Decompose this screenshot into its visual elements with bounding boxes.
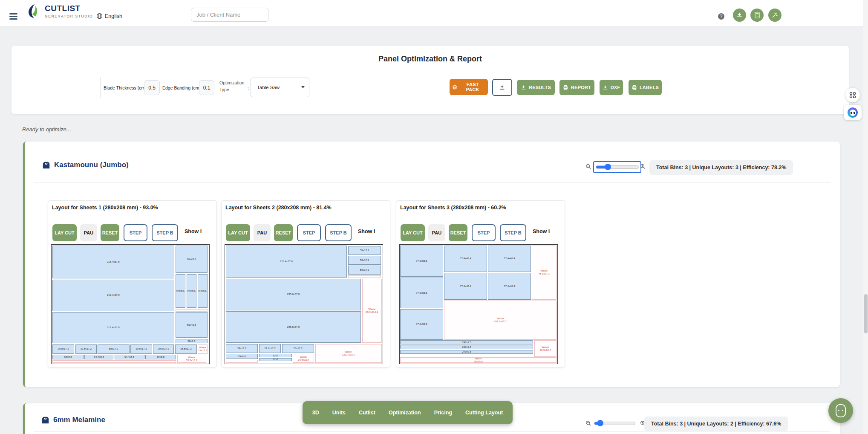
waste-area: Waste 43.2x116.1 [362,279,382,343]
printer-icon [632,85,637,90]
upload-button[interactable] [492,79,512,96]
section-title: Kastamounu (Jumbo) [54,161,129,169]
cut-piece: 59x8.9 [226,354,258,359]
nav-3d[interactable]: 3D [312,410,319,416]
waste-area [176,309,208,312]
fast-pack-button[interactable]: FAST PACK [450,79,488,95]
dxf-button[interactable]: DXF [600,80,623,95]
show-labels-toggle[interactable]: Show I [533,229,562,234]
play-cuts-button[interactable]: LAY CUT [226,224,250,241]
language-selector[interactable]: English [96,13,122,19]
section-divider [34,431,831,432]
zoom-slider[interactable] [594,419,635,428]
reset-button[interactable]: RESET [449,224,467,241]
edge-banding-label: Edge Banding (cm): [162,85,202,90]
cut-piece: 58x17.2 [282,344,314,353]
cut-piece: 77.4x48.4 [488,246,531,272]
cut-piece: 60x45.8 [176,312,208,338]
step-forward-button[interactable]: STEP [297,224,321,241]
zoom-slider[interactable] [593,161,641,173]
waste-area: Waste 280x5.5 [400,357,557,363]
cutting-diagram: 216.4x57.859x17.259x17.259x17.2235.8x57.… [225,244,383,364]
zoom-out-icon [585,164,591,170]
results-button[interactable]: RESULTS [517,80,555,95]
slider-thumb[interactable] [597,420,603,426]
logo-title: CUTLIST [45,4,93,12]
blade-thickness-input[interactable] [144,80,160,95]
reset-button[interactable]: RESET [101,224,119,241]
cut-piece: 59x17.2 [348,256,381,265]
layout-card-3: Layout for Sheets 3 (280x208 mm) - 60.2%… [396,200,565,367]
page-scrollbar[interactable] [863,0,868,434]
report-button[interactable]: REPORT [559,80,594,95]
cut-piece: 77.4x48.4 [444,246,487,272]
optimization-type-select-wrap: Table Saw [251,78,309,97]
waste-area [52,360,176,363]
section-title-row: 6mm Melamine [41,416,105,424]
cut-piece: 39.8x17.2 [75,344,97,354]
cut-piece: 38.8x17.2 [175,344,197,354]
layout-title: Layout for Sheets 3 (280x208 mm) - 60.2% [400,205,563,211]
download-tray-icon [736,12,743,18]
pause-button[interactable]: PAU [428,224,445,241]
cut-piece: 39.8x17.2 [52,344,74,354]
job-client-input[interactable] [191,8,268,22]
magic-wand-icon [772,12,778,18]
waste-area: Waste 19x17.2 [198,344,208,354]
help-icon[interactable]: ? [718,13,724,20]
reset-button[interactable]: RESET [274,224,293,241]
play-cuts-button[interactable]: LAY CUT [52,224,77,241]
blade-thickness-label: Blade Thickness (cm): [104,85,148,90]
cut-piece: 39.6x17.2 [130,344,152,354]
download-button[interactable] [733,9,746,22]
nav-units[interactable]: Units [332,410,346,416]
nav-pricing[interactable]: Pricing [434,410,452,416]
step-back-button[interactable]: STEP B [152,224,178,241]
scroll-helper-button[interactable] [828,398,853,423]
step-back-button[interactable]: STEP B [325,224,352,241]
cut-piece: 62x7 [259,354,292,357]
material-section-kastamounu: Kastamounu (Jumbo) Total Bins: 3 | Uniqu… [23,142,840,387]
apps-grid-button[interactable] [845,88,860,102]
waste-area: Waste 53.2x15.2 [177,355,206,363]
step-forward-button[interactable]: STEP [124,224,147,241]
layers-icon [452,84,457,90]
waste-area [348,275,381,278]
play-cuts-button[interactable]: LAY CUT [401,224,425,241]
scrollbar-thumb[interactable] [864,294,868,333]
pause-button[interactable]: PAU [254,224,271,241]
nav-cutting-layout[interactable]: Cutting Layout [465,410,503,416]
download-icon [603,85,608,90]
cut-piece: 59x17.2 [348,266,381,275]
ai-assistant-icon [848,107,858,118]
show-labels-toggle[interactable]: Show I [358,229,388,234]
menu-button[interactable] [9,13,17,20]
cut-piece: 60x45.8 [176,246,208,273]
waste-area: Waste 201.9x65.7 [444,301,556,340]
step-forward-button[interactable]: STEP [472,224,496,241]
cut-piece: 58x6.8 [176,339,208,343]
magic-wand-button[interactable] [768,9,781,22]
cut-piece: 39.6x17.2 [153,344,174,354]
logo-subtitle: GENERATOR STUDIO [45,14,93,18]
cut-piece: 59x17.2 [348,246,381,255]
labels-button[interactable]: LABELS [629,80,662,95]
cutting-diagram: 216.4x57.860x45.819.8x63.219.8x63.219.6x… [51,244,210,364]
page-title: Panel Optimization & Report [12,55,849,64]
show-labels-toggle[interactable]: Show I [185,229,214,234]
cut-piece: 213.4x57.8 [52,312,174,343]
ai-assistant-button[interactable] [844,105,862,120]
step-back-button[interactable]: STEP B [500,224,526,241]
zoom-out-icon [585,420,591,426]
slider-thumb[interactable] [605,164,611,170]
edge-banding-input[interactable] [199,80,214,95]
optimization-type-select[interactable]: Table Saw [251,78,309,97]
pause-button[interactable]: PAU [80,224,97,241]
cut-piece: 77.6x55.5 [400,309,443,339]
nav-optimization[interactable]: Optimization [389,410,421,416]
package-icon [41,417,49,424]
calculator-button[interactable] [750,9,764,22]
optimization-type-label: Optimization Type [219,80,250,93]
nav-cutlist[interactable]: Cutlist [359,410,375,416]
zoom-in-icon [640,164,646,170]
